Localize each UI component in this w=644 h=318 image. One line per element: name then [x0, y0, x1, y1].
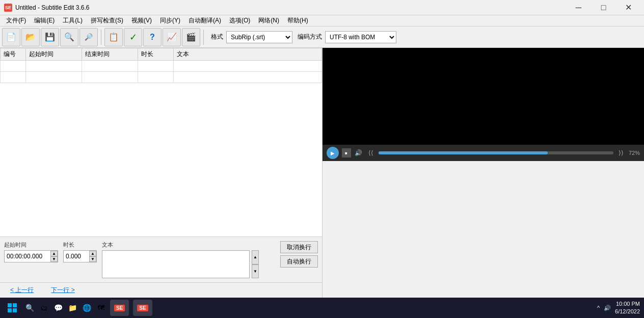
new-button[interactable]: 📄 — [2, 28, 20, 46]
menu-options[interactable]: 选项(O) — [225, 15, 254, 26]
start-time-down[interactable]: ▼ — [50, 256, 58, 262]
toolbar-separator-2 — [203, 30, 204, 45]
prev-line-button[interactable]: < 上一行 — [4, 285, 40, 296]
se-icon-2: SE — [137, 305, 148, 311]
duration-input[interactable] — [64, 252, 89, 261]
rewind-button[interactable]: ⟨⟨ — [366, 148, 375, 157]
clock-date: 6/12/2022 — [615, 308, 640, 315]
table-row[interactable] — [1, 72, 322, 83]
stop-button[interactable]: ■ — [342, 148, 351, 157]
progress-bar[interactable] — [379, 151, 613, 154]
encoding-label: 编码方式 — [298, 33, 322, 41]
find-button[interactable]: 🔍 — [60, 28, 78, 46]
open-button[interactable]: 📂 — [21, 28, 40, 46]
start-button[interactable] — [4, 300, 20, 316]
app-icon: SE — [4, 4, 12, 12]
file-explorer-taskbar-button[interactable]: 🗂 — [39, 303, 49, 313]
col-duration: 时长 — [138, 48, 174, 61]
menu-tools[interactable]: 工具(L) — [59, 15, 87, 26]
main-area: 编号 起始时间 结束时间 时长 文本 — [0, 48, 644, 298]
text-field-wrap: 文本 ▲ ▼ — [102, 241, 272, 278]
title-bar: SE Untitled - Subtitle Edit 3.6.6 ─ □ ✕ — [0, 0, 644, 15]
menu-spell[interactable]: 拼写检查(S) — [87, 15, 127, 26]
svg-rect-4 — [13, 308, 17, 312]
text-scroll-up[interactable]: ▲ — [252, 250, 259, 264]
encoding-select[interactable]: UTF-8 with BOM — [325, 31, 396, 43]
forward-button[interactable]: ⟩⟩ — [616, 148, 626, 157]
search-taskbar-button[interactable]: 🔍 — [24, 303, 35, 313]
svg-rect-2 — [13, 303, 17, 307]
minimize-button[interactable]: ─ — [567, 0, 590, 15]
menu-translate[interactable]: 自动翻译(A) — [184, 15, 225, 26]
tray-chevron[interactable]: ^ — [597, 305, 600, 311]
menu-network[interactable]: 网络(N) — [254, 15, 283, 26]
se-taskbar-app-1[interactable]: SE — [110, 300, 129, 316]
edit-area: 起始时间 ▲ ▼ 时长 ▲ ▼ — [0, 237, 322, 283]
app-title: Untitled - Subtitle Edit 3.6.6 — [15, 4, 89, 11]
tray-volume[interactable]: 🔊 — [604, 305, 611, 311]
col-number: 编号 — [1, 48, 26, 61]
text-label: 文本 — [102, 241, 272, 249]
next-line-button[interactable]: 下一行 > — [45, 285, 81, 296]
clock[interactable]: 10:00 PM 6/12/2022 — [615, 300, 640, 316]
duration-up[interactable]: ▲ — [89, 251, 96, 256]
volume-button[interactable]: 🔊 — [354, 148, 363, 157]
subtitle-table: 编号 起始时间 结束时间 时长 文本 — [0, 48, 322, 83]
menu-video[interactable]: 视频(V) — [127, 15, 156, 26]
col-start: 起始时间 — [26, 48, 82, 61]
start-time-up[interactable]: ▲ — [50, 251, 58, 256]
se-icon-1: SE — [114, 305, 125, 311]
title-bar-left: SE Untitled - Subtitle Edit 3.6.6 — [4, 4, 89, 12]
waveform-button[interactable]: 📈 — [163, 28, 181, 46]
toolbar-separator-1 — [101, 30, 101, 45]
spell-button[interactable]: 📋 — [104, 28, 123, 46]
maximize-button[interactable]: □ — [592, 0, 615, 15]
taskbar: 🔍 🗂 💬 📁 🌐 🗺 SE SE ^ 🔊 10:00 PM 6/12/2022 — [0, 298, 644, 318]
check-button[interactable]: ✓ — [124, 28, 142, 46]
start-time-field: 起始时间 ▲ ▼ — [4, 241, 58, 262]
menu-bar: 文件(F) 编辑(E) 工具(L) 拼写检查(S) 视频(V) 同步(Y) 自动… — [0, 15, 644, 26]
title-bar-controls: ─ □ ✕ — [567, 0, 640, 15]
duration-spinners: ▲ ▼ — [89, 251, 96, 262]
menu-sync[interactable]: 同步(Y) — [156, 15, 184, 26]
format-select[interactable]: SubRip (.srt) — [226, 31, 292, 43]
format-label: 格式 — [211, 33, 223, 41]
video-player — [323, 48, 645, 145]
menu-help[interactable]: 帮助(H) — [283, 15, 312, 26]
duration-down[interactable]: ▼ — [89, 256, 96, 262]
col-text: 文本 — [174, 48, 322, 61]
duration-field: 时长 ▲ ▼ — [63, 241, 97, 262]
cancel-replace-button[interactable]: 取消换行 — [280, 241, 318, 253]
progress-fill — [379, 151, 548, 154]
duration-input-wrap: ▲ ▼ — [63, 250, 97, 262]
auto-replace-button[interactable]: 自动换行 — [280, 255, 318, 268]
subtitle-table-area: 编号 起始时间 结束时间 时长 文本 — [0, 48, 322, 237]
findreplace-button[interactable]: 🔎 — [79, 28, 98, 46]
menu-edit[interactable]: 编辑(E) — [30, 15, 59, 26]
se-taskbar-app-2[interactable]: SE — [133, 300, 152, 316]
nav-row: < 上一行 下一行 > — [0, 283, 322, 298]
folder-taskbar-button[interactable]: 📁 — [67, 303, 77, 313]
chat-taskbar-button[interactable]: 💬 — [53, 303, 63, 313]
text-input[interactable] — [102, 250, 250, 278]
svg-rect-3 — [8, 308, 12, 312]
edge-taskbar-button[interactable]: 🌐 — [82, 303, 92, 313]
taskbar-right: ^ 🔊 10:00 PM 6/12/2022 — [597, 300, 640, 316]
help-button[interactable]: ? — [143, 28, 162, 46]
maps-taskbar-button[interactable]: 🗺 — [96, 303, 106, 313]
start-time-spinners: ▲ ▼ — [50, 251, 58, 262]
duration-label: 时长 — [63, 241, 97, 249]
action-buttons: 取消换行 自动换行 — [280, 241, 318, 268]
edit-row: 起始时间 ▲ ▼ 时长 ▲ ▼ — [4, 241, 318, 278]
start-time-input[interactable] — [5, 252, 50, 261]
progress-percent: 72% — [629, 150, 640, 156]
save-button[interactable]: 💾 — [41, 28, 59, 46]
text-scroll-down[interactable]: ▼ — [252, 264, 259, 279]
close-button[interactable]: ✕ — [617, 0, 640, 15]
clock-time: 10:00 PM — [615, 300, 640, 308]
table-row[interactable] — [1, 61, 322, 72]
play-button[interactable]: ▶ — [327, 147, 339, 159]
menu-file[interactable]: 文件(F) — [2, 15, 30, 26]
video-button[interactable]: 🎬 — [182, 28, 200, 46]
svg-rect-1 — [8, 303, 12, 307]
